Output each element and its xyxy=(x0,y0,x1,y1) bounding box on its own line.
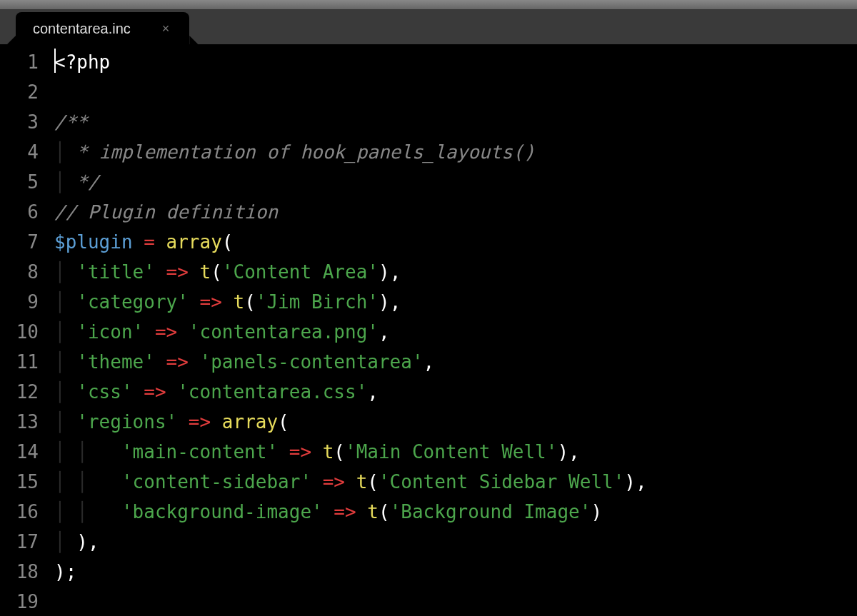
line-number: 13 xyxy=(0,407,39,437)
code-line: $plugin = array( xyxy=(54,227,857,257)
code-line: // Plugin definition xyxy=(54,197,857,227)
line-number: 19 xyxy=(0,587,39,616)
line-number: 11 xyxy=(0,347,39,377)
code-line: │ 'regions' => array( xyxy=(54,407,857,437)
code-line xyxy=(54,77,857,107)
text-cursor xyxy=(54,49,56,73)
line-number: 12 xyxy=(0,377,39,407)
code-line: │ 'css' => 'contentarea.css', xyxy=(54,377,857,407)
tab-filename: contentarea.inc xyxy=(33,21,131,37)
line-number: 5 xyxy=(0,167,39,197)
code-line: │ 'title' => t('Content Area'), xyxy=(54,257,857,287)
code-line: │ 'icon' => 'contentarea.png', xyxy=(54,317,857,347)
window-title-bar xyxy=(0,0,857,10)
code-area[interactable]: <?php /** │ * implementation of hook_pan… xyxy=(49,44,857,616)
code-line: │ 'category' => t('Jim Birch'), xyxy=(54,287,857,317)
code-line: │ 'theme' => 'panels-contentarea', xyxy=(54,347,857,377)
tab-bar: contentarea.inc × xyxy=(0,10,857,44)
code-line xyxy=(54,587,857,616)
tab-contentarea[interactable]: contentarea.inc × xyxy=(16,12,189,44)
close-icon[interactable]: × xyxy=(159,21,173,36)
code-line: ); xyxy=(54,557,857,587)
line-number: 2 xyxy=(0,77,39,107)
line-number: 4 xyxy=(0,137,39,167)
line-number: 9 xyxy=(0,287,39,317)
line-number: 14 xyxy=(0,437,39,467)
editor: 1 2 3 4 5 6 7 8 9 10 11 12 13 14 15 16 1… xyxy=(0,44,857,616)
line-number: 1 xyxy=(0,47,39,77)
code-line: │ │ 'content-sidebar' => t('Content Side… xyxy=(54,467,857,497)
line-number: 16 xyxy=(0,497,39,527)
code-line: │ */ xyxy=(54,167,857,197)
gutter: 1 2 3 4 5 6 7 8 9 10 11 12 13 14 15 16 1… xyxy=(0,44,49,616)
code-line: │ │ 'background-image' => t('Background … xyxy=(54,497,857,527)
line-number: 3 xyxy=(0,107,39,137)
code-line: │ ), xyxy=(54,527,857,557)
line-number: 8 xyxy=(0,257,39,287)
line-number: 17 xyxy=(0,527,39,557)
line-number: 7 xyxy=(0,227,39,257)
code-line: <?php xyxy=(54,47,857,77)
code-line: │ * implementation of hook_panels_layout… xyxy=(54,137,857,167)
code-line: /** xyxy=(54,107,857,137)
line-number: 18 xyxy=(0,557,39,587)
line-number: 10 xyxy=(0,317,39,347)
line-number: 15 xyxy=(0,467,39,497)
line-number: 6 xyxy=(0,197,39,227)
code-line: │ │ 'main-content' => t('Main Content We… xyxy=(54,437,857,467)
